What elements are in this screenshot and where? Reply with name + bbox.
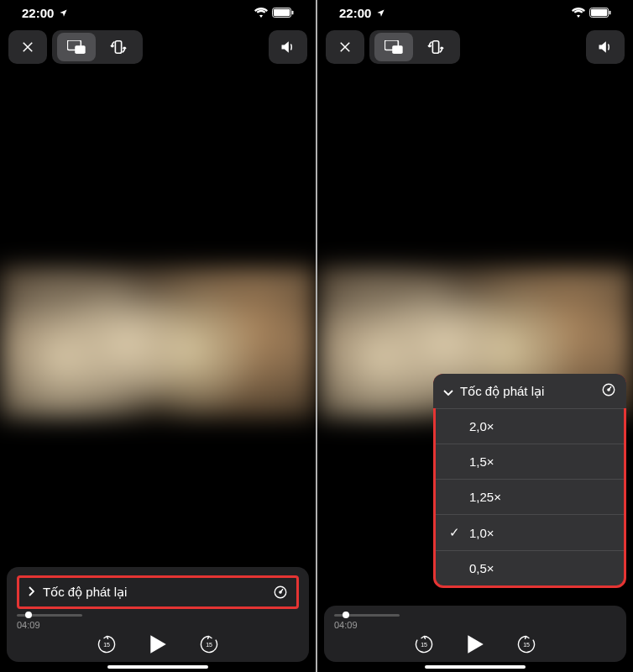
gauge-icon [273,585,288,600]
home-indicator[interactable] [107,665,208,669]
timecode: 04:09 [334,620,616,630]
gauge-icon [601,382,616,400]
rotate-button[interactable] [416,33,455,61]
speed-option-label: 1,5× [469,454,494,469]
chevron-right-icon [28,585,34,599]
chevron-down-icon [443,384,453,398]
playback-controls: 04:09 15 15 [324,606,626,662]
svg-rect-14 [392,45,402,54]
wifi-icon [572,8,585,18]
rotate-button[interactable] [99,33,138,61]
play-button[interactable] [148,633,168,655]
playback-speed-label: Tốc độ phát lại [43,585,264,600]
skip-back-15-button[interactable]: 15 [413,633,435,655]
svg-rect-15 [432,41,438,54]
close-button[interactable] [326,30,364,64]
wifi-icon [254,8,268,18]
playback-speed-menu-title: Tốc độ phát lại [460,384,594,399]
battery-icon [589,8,611,18]
playback-speed-menu: Tốc độ phát lại 2,0× 1,5× 1,25× ✓1,0× 0,… [433,374,626,588]
playback-controls: Tốc độ phát lại 04:09 15 15 [7,567,309,662]
timecode: 04:09 [17,620,299,630]
progress-scrubber[interactable] [17,614,82,617]
speed-option[interactable]: 0,5× [436,550,624,585]
location-icon [59,8,68,18]
status-bar: 22:00 [317,0,633,25]
speed-option-selected[interactable]: ✓1,0× [436,514,624,550]
check-icon: ✓ [447,525,461,540]
speed-option-label: 1,25× [469,490,501,504]
playback-speed-button[interactable]: Tốc độ phát lại [17,575,299,609]
svg-rect-4 [75,45,85,54]
speed-option-label: 2,0× [469,419,494,433]
svg-point-7 [280,591,281,593]
phone-screenshot-expanded: 22:00 [317,0,633,672]
speed-option[interactable]: 1,25× [436,479,624,514]
svg-text:15: 15 [103,642,110,648]
svg-point-17 [608,389,609,391]
pip-button[interactable] [374,33,413,61]
speed-option-label: 1,0× [469,526,494,540]
battery-icon [272,8,294,18]
phone-screenshot-collapsed: 22:00 [0,0,316,672]
skip-forward-15-button[interactable]: 15 [198,633,220,655]
status-time: 22:00 [339,6,371,20]
playback-speed-menu-header[interactable]: Tốc độ phát lại [433,374,626,408]
home-indicator[interactable] [425,665,526,669]
svg-rect-1 [274,9,290,16]
svg-rect-12 [609,11,611,15]
skip-back-15-button[interactable]: 15 [96,633,118,655]
speed-option[interactable]: 2,0× [436,408,624,444]
display-mode-group [52,30,143,64]
svg-rect-11 [591,9,607,16]
video-frame [0,268,316,419]
speed-option[interactable]: 1,5× [436,444,624,479]
status-bar: 22:00 [0,0,316,25]
svg-rect-2 [292,11,294,15]
player-toolbar [0,25,316,69]
pip-button[interactable] [57,33,96,61]
progress-scrubber[interactable] [334,614,400,617]
volume-button[interactable] [586,30,625,64]
status-time: 22:00 [22,6,54,20]
skip-forward-15-button[interactable]: 15 [515,633,537,655]
volume-button[interactable] [269,30,307,64]
speed-option-label: 0,5× [469,561,494,575]
close-button[interactable] [8,30,47,64]
svg-text:15: 15 [206,642,212,648]
play-button[interactable] [465,633,485,655]
svg-text:15: 15 [523,642,530,648]
player-toolbar [317,25,633,69]
svg-text:15: 15 [421,642,427,648]
display-mode-group [369,30,460,64]
location-icon [376,8,385,18]
svg-rect-5 [115,41,121,54]
